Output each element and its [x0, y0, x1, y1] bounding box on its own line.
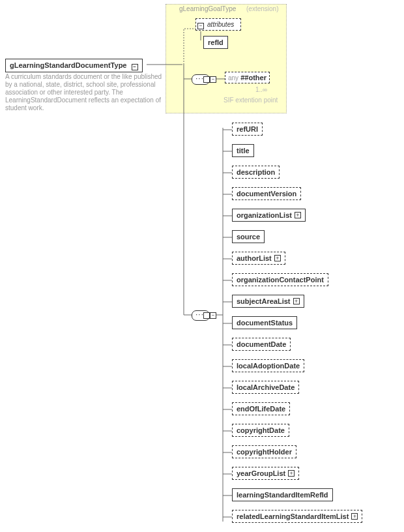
element-label: yearGroupList: [237, 469, 285, 477]
element-label: localArchiveDate: [237, 383, 295, 391]
element-subjectAreaList[interactable]: subjectAreaList+: [232, 295, 304, 308]
element-relatedLearningStandardItemList[interactable]: relatedLearningStandardItemList+: [232, 510, 362, 523]
element-organizationList[interactable]: organizationList+: [232, 209, 306, 222]
expand-icon[interactable]: +: [351, 513, 358, 520]
element-label: copyrightDate: [237, 426, 285, 434]
root-type-label: gLearningStandardDocumentType: [10, 61, 126, 69]
extension-note: SIF extention point: [224, 96, 278, 104]
element-label: localAdoptionDate: [237, 362, 300, 370]
element-description[interactable]: description: [232, 166, 280, 179]
element-copyrightHolder[interactable]: copyrightHolder: [232, 445, 296, 458]
element-label: organizationList: [237, 211, 292, 219]
attr-refid[interactable]: refId: [203, 36, 228, 49]
element-source[interactable]: source: [232, 230, 265, 243]
element-label: documentVersion: [237, 190, 296, 198]
element-label: title: [237, 147, 250, 155]
expand-icon[interactable]: +: [288, 470, 295, 477]
expand-icon[interactable]: +: [274, 255, 281, 261]
element-documentVersion[interactable]: documentVersion: [232, 187, 301, 200]
element-label: source: [237, 233, 260, 241]
expand-icon[interactable]: −: [210, 312, 216, 319]
element-label: subjectAreaList: [237, 297, 291, 305]
expand-icon[interactable]: −: [210, 76, 216, 83]
collapse-icon[interactable]: −: [197, 23, 204, 29]
element-localAdoptionDate[interactable]: localAdoptionDate: [232, 359, 304, 372]
attributes-box[interactable]: − attributes: [195, 18, 241, 31]
element-label: documentDate: [237, 340, 286, 348]
element-documentStatus[interactable]: documentStatus: [232, 316, 297, 329]
element-label: relatedLearningStandardItemList: [237, 512, 349, 520]
element-documentDate[interactable]: documentDate: [232, 338, 291, 351]
root-description: A curriculum standards document or the l…: [5, 73, 168, 112]
any-box[interactable]: any ##other: [225, 72, 270, 83]
element-refURI[interactable]: refURI: [232, 123, 263, 136]
element-authorList[interactable]: authorList+: [232, 252, 285, 265]
element-label: authorList: [237, 254, 272, 262]
element-endOfLifeDate[interactable]: endOfLifeDate: [232, 402, 290, 415]
element-label: description: [237, 168, 275, 176]
element-label: documentStatus: [237, 319, 293, 327]
element-label: refURI: [237, 125, 258, 133]
element-label: endOfLifeDate: [237, 405, 285, 413]
element-label: learningStandardItemRefId: [237, 491, 328, 499]
sequence-icon[interactable]: [192, 310, 210, 321]
any-prefix: any: [228, 74, 238, 81]
expand-icon[interactable]: +: [293, 298, 300, 304]
attributes-label: attributes: [207, 21, 234, 28]
element-learningStandardItemRefId[interactable]: learningStandardItemRefId: [232, 488, 333, 501]
extension-title: gLearningGoalType: [179, 5, 236, 12]
element-copyrightDate[interactable]: copyrightDate: [232, 424, 289, 437]
expand-icon[interactable]: −: [132, 64, 138, 70]
element-label: copyrightHolder: [237, 448, 292, 456]
sequence-icon[interactable]: [192, 74, 210, 85]
any-ns: ##other: [240, 74, 267, 81]
extension-suffix: (extension): [246, 5, 278, 12]
element-label: organizationContactPoint: [237, 276, 324, 284]
occurs-label: 1..∞: [255, 86, 267, 93]
element-yearGroupList[interactable]: yearGroupList+: [232, 467, 299, 480]
element-localArchiveDate[interactable]: localArchiveDate: [232, 381, 299, 394]
expand-icon[interactable]: +: [295, 212, 301, 218]
attr-refid-label: refId: [208, 38, 224, 46]
element-organizationContactPoint[interactable]: organizationContactPoint: [232, 273, 328, 286]
root-type-box[interactable]: gLearningStandardDocumentType −: [5, 59, 143, 72]
element-title[interactable]: title: [232, 144, 254, 157]
